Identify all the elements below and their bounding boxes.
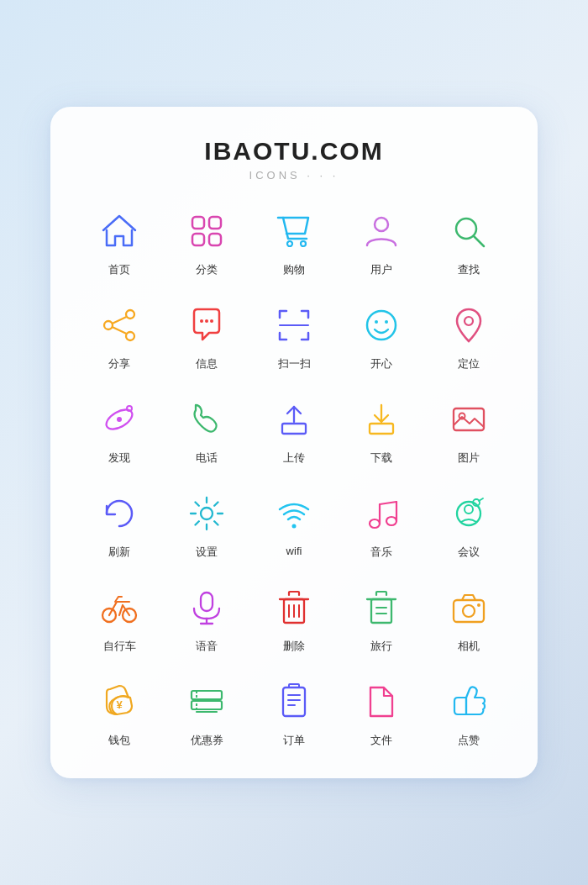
wallet-label: 钱包 [108,733,130,748]
svg-point-31 [201,508,213,519]
icon-item-user: 用户 [338,207,425,277]
travel-icon [357,583,406,632]
message-icon [182,301,231,350]
svg-point-6 [375,218,388,231]
refresh-label: 刷新 [108,545,130,560]
svg-line-41 [479,498,483,501]
file-label: 文件 [370,733,392,748]
svg-point-23 [117,417,122,422]
icon-item-voice: 语音 [163,583,250,654]
svg-point-5 [301,241,306,246]
icon-item-discover: 发现 [76,395,163,466]
svg-point-14 [200,319,203,323]
svg-point-21 [465,317,473,325]
scan-label: 扫一扫 [278,356,311,371]
delete-icon [270,583,318,632]
icon-item-bike: 自行车 [76,583,163,654]
site-subtitle: ICONS · · · [76,169,512,182]
happy-label: 开心 [370,356,392,371]
svg-point-19 [375,320,378,324]
icon-item-download: 下载 [338,395,425,466]
category-label: 分类 [196,262,218,277]
svg-point-33 [370,519,380,528]
music-label: 音乐 [370,545,392,560]
travel-label: 旅行 [370,639,392,654]
happy-icon [357,301,406,350]
voice-icon [182,583,231,632]
icon-item-camera: 相机 [425,583,512,654]
icon-item-image: 图片 [425,395,512,466]
icon-item-happy: 开心 [338,301,425,371]
icon-item-share: 分享 [76,301,163,371]
cart-icon [270,207,318,255]
svg-point-34 [386,517,396,525]
icon-item-coupon: 优惠券 [163,677,250,748]
svg-line-8 [474,236,484,246]
download-label: 下载 [370,450,392,466]
svg-rect-29 [454,408,484,430]
user-label: 用户 [370,262,392,277]
icon-item-travel: 旅行 [338,583,425,654]
search-label: 查找 [458,262,480,277]
icon-item-category: 分类 [163,207,250,277]
icon-item-file: 文件 [338,677,425,748]
svg-text:¥: ¥ [116,698,123,711]
svg-point-9 [126,310,134,319]
upload-icon [270,395,318,444]
icon-grid: 首页 分类 购物 [76,207,512,748]
wifi-label: wifi [286,545,302,557]
like-icon [444,677,493,726]
search-icon [444,207,493,255]
share-label: 分享 [108,356,130,371]
icon-item-wallet: ¥ 钱包 [76,677,163,748]
order-label: 订单 [283,733,305,748]
voice-label: 语音 [196,639,218,654]
coupon-label: 优惠券 [191,733,223,748]
discover-label: 发现 [108,450,130,466]
image-label: 图片 [458,450,480,466]
site-title: IBAOTU.COM [76,137,512,166]
svg-rect-1 [209,217,221,229]
svg-point-20 [385,320,388,324]
upload-label: 上传 [283,450,305,466]
svg-point-58 [463,605,475,617]
main-card: IBAOTU.COM ICONS · · · 首页 [50,107,538,778]
svg-point-18 [367,311,396,340]
refresh-icon [95,489,144,538]
bike-icon [95,583,144,632]
location-label: 定位 [458,356,480,371]
svg-point-16 [210,319,213,323]
svg-point-39 [465,505,473,514]
icon-item-phone: 电话 [163,395,250,466]
camera-icon [444,583,493,632]
file-icon [357,677,406,726]
icon-item-like: 点赞 [425,677,512,748]
home-icon [95,207,144,255]
icon-item-upload: 上传 [250,395,338,466]
icon-item-home: 首页 [76,207,163,277]
svg-rect-53 [371,599,391,623]
download-icon [357,395,406,444]
settings-label: 设置 [196,545,218,560]
cart-label: 购物 [283,262,305,277]
svg-point-4 [287,241,292,246]
svg-rect-25 [282,424,306,434]
svg-point-24 [127,406,132,411]
message-label: 信息 [196,356,218,371]
share-icon [95,301,144,350]
home-label: 首页 [108,262,130,277]
scan-icon [270,301,318,350]
bike-label: 自行车 [103,639,136,654]
settings-icon [182,489,231,538]
user-icon [357,207,406,255]
svg-rect-2 [192,234,204,245]
icon-item-cart: 购物 [250,207,338,277]
svg-line-37 [380,502,396,504]
svg-line-12 [113,317,127,324]
wallet-icon: ¥ [95,677,144,726]
icon-item-order: 订单 [250,677,338,748]
category-icon [182,207,231,255]
meeting-icon [444,489,493,538]
icon-item-location: 定位 [425,301,512,371]
coupon-icon [182,677,231,726]
